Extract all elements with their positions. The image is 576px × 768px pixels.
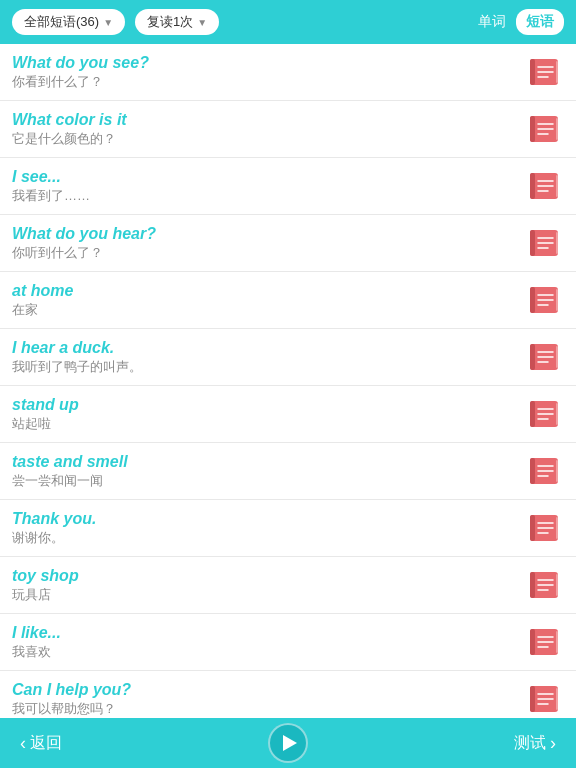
book-icon[interactable] (524, 109, 564, 149)
list-item[interactable]: at home在家 (0, 272, 576, 329)
book-icon[interactable] (524, 622, 564, 662)
list-item-zh: 我听到了鸭子的叫声。 (12, 358, 516, 376)
book-icon[interactable] (524, 223, 564, 263)
svg-rect-19 (530, 230, 535, 256)
list-item[interactable]: taste and smell尝一尝和闻一闻 (0, 443, 576, 500)
list-item[interactable]: I hear a duck.我听到了鸭子的叫声。 (0, 329, 576, 386)
list-item-text: Can I help you?我可以帮助您吗？ (12, 680, 516, 719)
list-item-en: Thank you. (12, 509, 516, 530)
svg-rect-1 (530, 59, 535, 85)
book-icon[interactable] (524, 394, 564, 434)
book-icon[interactable] (524, 166, 564, 206)
list-item-text: I see...我看到了…… (12, 167, 516, 206)
header: 全部短语(36) ▼ 复读1次 ▼ 单词 短语 (0, 0, 576, 44)
book-icon[interactable] (524, 451, 564, 491)
list-item-text: at home在家 (12, 281, 516, 320)
svg-rect-44 (556, 460, 558, 482)
tab-word[interactable]: 单词 (468, 9, 516, 35)
list-item-text: toy shop玩具店 (12, 566, 516, 605)
list-item-zh: 你听到什么了？ (12, 244, 516, 262)
svg-rect-49 (530, 515, 535, 541)
list-item-text: taste and smell尝一尝和闻一闻 (12, 452, 516, 491)
svg-rect-55 (530, 572, 535, 598)
list-item-text: What do you hear?你听到什么了？ (12, 224, 516, 263)
play-button[interactable] (268, 723, 308, 763)
svg-rect-32 (556, 346, 558, 368)
svg-rect-67 (530, 686, 535, 712)
list-item[interactable]: What do you hear?你听到什么了？ (0, 215, 576, 272)
book-icon[interactable] (524, 280, 564, 320)
svg-rect-50 (556, 517, 558, 539)
test-chevron-icon: › (550, 733, 556, 754)
play-icon (283, 735, 297, 751)
list-item-zh: 尝一尝和闻一闻 (12, 472, 516, 490)
list-item-zh: 我可以帮助您吗？ (12, 700, 516, 718)
list-item-zh: 在家 (12, 301, 516, 319)
list-item-zh: 我喜欢 (12, 643, 516, 661)
list-item[interactable]: Can I help you?我可以帮助您吗？ (0, 671, 576, 718)
repeat-pill[interactable]: 复读1次 ▼ (135, 9, 219, 35)
list-item-text: I like...我喜欢 (12, 623, 516, 662)
list-item-en: taste and smell (12, 452, 516, 473)
filter-arrow-icon: ▼ (103, 17, 113, 28)
tab-phrase[interactable]: 短语 (516, 9, 564, 35)
list-item-en: Can I help you? (12, 680, 516, 701)
svg-rect-2 (556, 61, 558, 83)
list-item-en: I hear a duck. (12, 338, 516, 359)
svg-rect-7 (530, 116, 535, 142)
list-item[interactable]: What do you see?你看到什么了？ (0, 44, 576, 101)
filter-pill[interactable]: 全部短语(36) ▼ (12, 9, 125, 35)
list-item-en: toy shop (12, 566, 516, 587)
list-item-zh: 谢谢你。 (12, 529, 516, 547)
test-label: 测试 (514, 733, 546, 754)
list-item-text: I hear a duck.我听到了鸭子的叫声。 (12, 338, 516, 377)
svg-rect-13 (530, 173, 535, 199)
svg-rect-43 (530, 458, 535, 484)
list-item-text: What color is it它是什么颜色的？ (12, 110, 516, 149)
list-item-en: What do you hear? (12, 224, 516, 245)
svg-rect-25 (530, 287, 535, 313)
header-left: 全部短语(36) ▼ 复读1次 ▼ (12, 9, 219, 35)
list-item-zh: 站起啦 (12, 415, 516, 433)
test-button[interactable]: 测试 › (514, 733, 556, 754)
list-item-zh: 玩具店 (12, 586, 516, 604)
list-item-en: stand up (12, 395, 516, 416)
book-icon[interactable] (524, 565, 564, 605)
list-item-text: stand up站起啦 (12, 395, 516, 434)
book-icon[interactable] (524, 508, 564, 548)
svg-rect-61 (530, 629, 535, 655)
book-icon[interactable] (524, 679, 564, 718)
list-item-en: I like... (12, 623, 516, 644)
book-icon[interactable] (524, 52, 564, 92)
filter-label: 全部短语(36) (24, 13, 99, 31)
list-item-text: What do you see?你看到什么了？ (12, 53, 516, 92)
svg-rect-68 (556, 688, 558, 710)
list-item[interactable]: I see...我看到了…… (0, 158, 576, 215)
repeat-label: 复读1次 (147, 13, 193, 31)
svg-rect-38 (556, 403, 558, 425)
svg-rect-26 (556, 289, 558, 311)
list-item-zh: 我看到了…… (12, 187, 516, 205)
list-item-en: I see... (12, 167, 516, 188)
list-item[interactable]: What color is it它是什么颜色的？ (0, 101, 576, 158)
book-icon[interactable] (524, 337, 564, 377)
svg-rect-37 (530, 401, 535, 427)
svg-rect-14 (556, 175, 558, 197)
phrase-list: What do you see?你看到什么了？ What color is it… (0, 44, 576, 718)
svg-rect-56 (556, 574, 558, 596)
list-item-zh: 它是什么颜色的？ (12, 130, 516, 148)
svg-rect-31 (530, 344, 535, 370)
list-item[interactable]: Thank you.谢谢你。 (0, 500, 576, 557)
list-item[interactable]: toy shop玩具店 (0, 557, 576, 614)
list-item-en: at home (12, 281, 516, 302)
list-item-en: What do you see? (12, 53, 516, 74)
list-item[interactable]: I like...我喜欢 (0, 614, 576, 671)
header-right: 单词 短语 (468, 9, 564, 35)
list-item-text: Thank you.谢谢你。 (12, 509, 516, 548)
svg-rect-62 (556, 631, 558, 653)
repeat-arrow-icon: ▼ (197, 17, 207, 28)
list-item-zh: 你看到什么了？ (12, 73, 516, 91)
back-button[interactable]: ‹ 返回 (20, 733, 62, 754)
list-item[interactable]: stand up站起啦 (0, 386, 576, 443)
svg-rect-20 (556, 232, 558, 254)
